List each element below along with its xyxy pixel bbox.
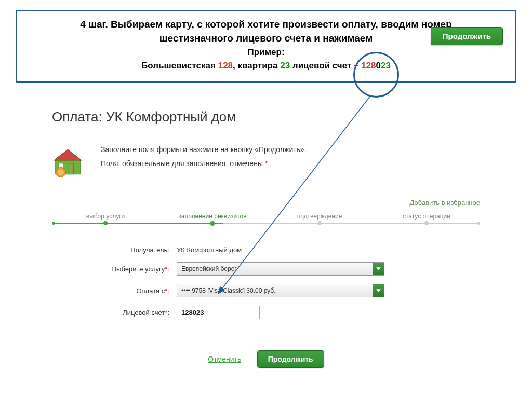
service-select[interactable]: Европейский берег	[177, 262, 384, 276]
callout-circle	[353, 52, 399, 98]
svg-marker-8	[376, 267, 381, 270]
chevron-down-icon	[373, 284, 384, 297]
svg-marker-9	[376, 289, 381, 292]
chevron-down-icon	[373, 263, 384, 275]
continue-button-top[interactable]: Продолжить	[431, 27, 503, 45]
form-intro: Заполните поля формы и нажмите на кнопку…	[52, 143, 480, 178]
content-area: Оплата: УК Комфортный дом Заполните поля…	[52, 109, 480, 368]
example-house-num: 128	[218, 61, 233, 71]
card-select[interactable]: •••• 9758 [Visa Classic] 30.00 руб.	[177, 284, 384, 297]
progress-fill	[52, 223, 223, 224]
instruction-example: Большевистская 128, квартира 23 лицевой …	[27, 61, 505, 71]
example-text: лицевой счет –	[290, 61, 361, 71]
instruction-text: шестизначного лицевого счета и нажимаем	[159, 33, 373, 44]
svg-marker-3	[54, 149, 82, 160]
instruction-box: 4 шаг. Выбираем карту, с которой хотите …	[16, 10, 516, 83]
instruction-example-label: Пример:	[27, 47, 505, 58]
service-value: Европейский берег	[181, 265, 237, 272]
house-icon	[52, 145, 91, 178]
example-text: , квартира	[233, 61, 280, 71]
row-recipient: Получатель: УК Комфортный дом	[94, 246, 480, 254]
form-intro-text: Заполните поля формы и нажмите на кнопку…	[101, 143, 307, 170]
progress-bar: выбор услуги заполнение реквизитов подтв…	[52, 213, 480, 228]
example-apt-num: 23	[280, 61, 290, 71]
account-label: Лицевой счет*:	[94, 309, 177, 317]
svg-rect-5	[69, 163, 74, 174]
step-3: подтверждение	[266, 213, 373, 220]
cancel-link[interactable]: Отменить	[208, 355, 241, 363]
recipient-value: УК Комфортный дом	[177, 246, 242, 254]
continue-button[interactable]: Продолжить	[257, 350, 324, 368]
row-card: Оплата с*: •••• 9758 [Visa Classic] 30.0…	[94, 284, 480, 297]
example-street: Большевистская	[141, 61, 218, 71]
instruction-text: 4 шаг. Выбираем карту, с которой хотите …	[80, 19, 452, 30]
favorite-checkbox-icon	[402, 200, 407, 205]
add-favorite[interactable]: Добавить в избранное	[52, 199, 480, 207]
form-actions: Отменить Продолжить	[52, 350, 480, 368]
service-label: Выберите услугу*:	[94, 265, 177, 273]
progress-dot-end	[477, 222, 480, 225]
card-value: •••• 9758 [Visa Classic] 30.00 руб.	[181, 287, 276, 294]
page-title: Оплата: УК Комфортный дом	[52, 109, 480, 125]
row-account: Лицевой счет*:	[94, 306, 480, 319]
svg-point-7	[58, 169, 63, 175]
progress-dot-start	[52, 222, 55, 225]
row-service: Выберите услугу*: Европейский берег	[94, 262, 480, 276]
step-4: статус операции	[373, 213, 480, 220]
card-label: Оплата с*:	[94, 287, 177, 295]
recipient-label: Получатель:	[94, 246, 177, 254]
favorite-label: Добавить в избранное	[410, 199, 480, 207]
account-input[interactable]	[177, 306, 260, 319]
step-2: заполнение реквизитов	[159, 213, 266, 220]
hint-line2: Поля, обязательные для заполнения, отмеч…	[101, 157, 307, 171]
hint-line1: Заполните поля формы и нажмите на кнопку…	[101, 143, 307, 157]
form: Получатель: УК Комфортный дом Выберите у…	[94, 246, 480, 319]
step-1: выбор услуги	[52, 213, 159, 220]
